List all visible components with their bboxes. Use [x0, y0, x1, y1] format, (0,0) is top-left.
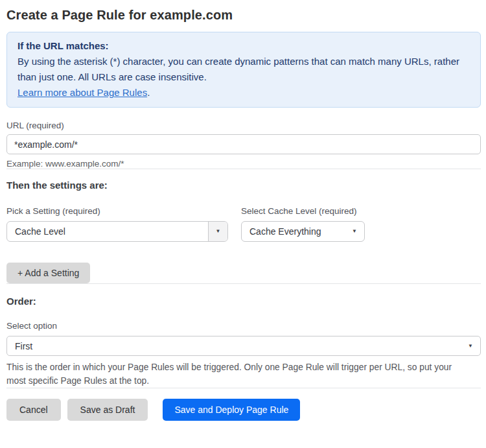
pick-setting-label: Pick a Setting (required): [6, 206, 228, 216]
url-example-helper: Example: www.example.com/*: [6, 159, 481, 169]
cache-level-select[interactable]: Cache Everything ▼: [241, 221, 365, 242]
url-input[interactable]: [6, 134, 481, 154]
cancel-button[interactable]: Cancel: [6, 399, 61, 421]
add-setting-button[interactable]: + Add a Setting: [6, 263, 90, 283]
chevron-down-icon: ▼: [208, 222, 227, 241]
chevron-down-icon: ▼: [345, 229, 364, 234]
url-match-info-box: If the URL matches: By using the asteris…: [6, 32, 481, 108]
link-suffix: .: [147, 87, 150, 98]
info-box-body: By using the asterisk (*) character, you…: [17, 54, 470, 85]
cache-level-column: Select Cache Level (required) Cache Ever…: [241, 206, 365, 242]
order-section-heading: Order:: [6, 296, 481, 307]
dropdown-arrow-glyph: ▼: [468, 344, 473, 349]
divider: [6, 388, 481, 388]
order-select[interactable]: First ▼: [6, 336, 481, 356]
order-selected-value: First: [7, 341, 461, 351]
info-box-heading: If the URL matches:: [17, 38, 470, 54]
save-and-deploy-button[interactable]: Save and Deploy Page Rule: [163, 399, 300, 421]
settings-section-heading: Then the settings are:: [6, 180, 481, 191]
divider: [6, 283, 481, 284]
url-field-label: URL (required): [6, 121, 481, 130]
page-title: Create a Page Rule for example.com: [6, 8, 481, 23]
cache-level-selected-value: Cache Everything: [242, 226, 345, 237]
divider: [6, 169, 481, 169]
settings-row: Pick a Setting (required) Cache Level ▼ …: [6, 206, 481, 242]
form-actions: Cancel Save as Draft Save and Deploy Pag…: [6, 399, 481, 421]
cache-level-label: Select Cache Level (required): [241, 206, 365, 216]
save-as-draft-button[interactable]: Save as Draft: [67, 399, 148, 421]
pick-setting-selected-value: Cache Level: [7, 226, 208, 237]
order-helper-text: This is the order in which your Page Rul…: [6, 360, 467, 388]
pick-setting-column: Pick a Setting (required) Cache Level ▼: [6, 206, 228, 242]
dropdown-arrow-glyph: ▼: [216, 229, 221, 234]
pick-setting-select[interactable]: Cache Level ▼: [6, 221, 228, 242]
order-select-label: Select option: [6, 321, 481, 331]
dropdown-arrow-glyph: ▼: [352, 229, 357, 234]
info-box-link-line: Learn more about Page Rules.: [17, 85, 470, 100]
page-rule-form: Create a Page Rule for example.com If th…: [0, 0, 486, 429]
chevron-down-icon: ▼: [461, 344, 480, 349]
learn-more-link[interactable]: Learn more about Page Rules: [17, 87, 147, 98]
